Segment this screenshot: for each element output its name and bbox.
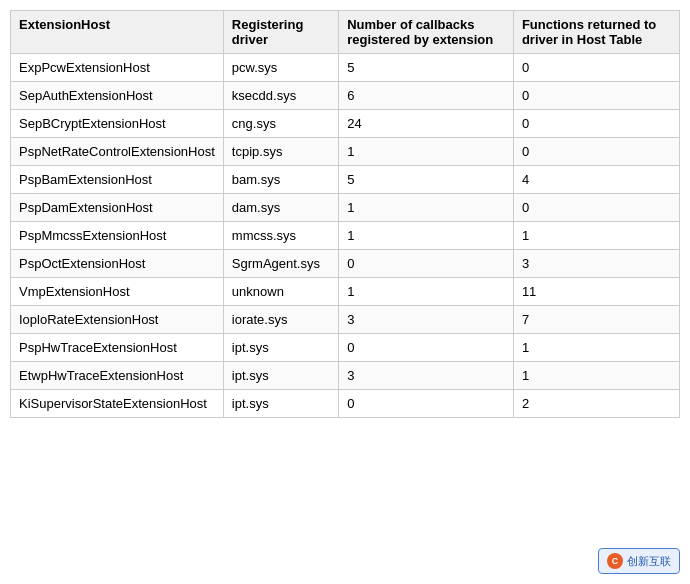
- table-row: ExpPcwExtensionHostpcw.sys50: [11, 54, 680, 82]
- table-cell: ipt.sys: [223, 334, 338, 362]
- table-cell: 24: [339, 110, 514, 138]
- table-cell: ipt.sys: [223, 362, 338, 390]
- table-cell: 1: [513, 222, 679, 250]
- table-cell: PspBamExtensionHost: [11, 166, 224, 194]
- watermark: C 创新互联: [598, 548, 680, 574]
- table-row: PspBamExtensionHostbam.sys54: [11, 166, 680, 194]
- main-container: ExtensionHost Registering driver Number …: [0, 0, 690, 584]
- table-cell: cng.sys: [223, 110, 338, 138]
- table-cell: iorate.sys: [223, 306, 338, 334]
- table-row: IoploRateExtensionHostiorate.sys37: [11, 306, 680, 334]
- table-cell: ksecdd.sys: [223, 82, 338, 110]
- table-cell: 0: [513, 54, 679, 82]
- col-header-registering-driver: Registering driver: [223, 11, 338, 54]
- table-cell: SepBCryptExtensionHost: [11, 110, 224, 138]
- table-header-row: ExtensionHost Registering driver Number …: [11, 11, 680, 54]
- table-cell: tcpip.sys: [223, 138, 338, 166]
- watermark-icon: C: [607, 553, 623, 569]
- table-cell: 3: [513, 250, 679, 278]
- table-cell: unknown: [223, 278, 338, 306]
- table-cell: PspMmcssExtensionHost: [11, 222, 224, 250]
- extension-host-table: ExtensionHost Registering driver Number …: [10, 10, 680, 418]
- table-cell: 6: [339, 82, 514, 110]
- table-cell: 1: [339, 138, 514, 166]
- table-cell: 0: [339, 390, 514, 418]
- col-header-extension-host: ExtensionHost: [11, 11, 224, 54]
- table-cell: EtwpHwTraceExtensionHost: [11, 362, 224, 390]
- table-cell: 0: [513, 138, 679, 166]
- table-cell: 1: [339, 278, 514, 306]
- table-cell: 0: [513, 194, 679, 222]
- table-row: PspNetRateControlExtensionHosttcpip.sys1…: [11, 138, 680, 166]
- table-cell: PspNetRateControlExtensionHost: [11, 138, 224, 166]
- table-cell: pcw.sys: [223, 54, 338, 82]
- table-cell: VmpExtensionHost: [11, 278, 224, 306]
- watermark-text: 创新互联: [627, 554, 671, 569]
- table-cell: 0: [339, 334, 514, 362]
- table-cell: 1: [339, 194, 514, 222]
- table-cell: 0: [513, 110, 679, 138]
- table-cell: KiSupervisorStateExtensionHost: [11, 390, 224, 418]
- table-cell: 0: [513, 82, 679, 110]
- table-cell: mmcss.sys: [223, 222, 338, 250]
- table-cell: 4: [513, 166, 679, 194]
- table-cell: 3: [339, 306, 514, 334]
- table-cell: 1: [339, 222, 514, 250]
- table-row: PspDamExtensionHostdam.sys10: [11, 194, 680, 222]
- table-cell: bam.sys: [223, 166, 338, 194]
- table-cell: 7: [513, 306, 679, 334]
- table-row: KiSupervisorStateExtensionHostipt.sys02: [11, 390, 680, 418]
- table-row: PspHwTraceExtensionHostipt.sys01: [11, 334, 680, 362]
- table-cell: IoploRateExtensionHost: [11, 306, 224, 334]
- table-cell: 1: [513, 334, 679, 362]
- table-cell: 11: [513, 278, 679, 306]
- table-cell: PspDamExtensionHost: [11, 194, 224, 222]
- table-row: SepBCryptExtensionHostcng.sys240: [11, 110, 680, 138]
- table-cell: ExpPcwExtensionHost: [11, 54, 224, 82]
- table-row: VmpExtensionHostunknown111: [11, 278, 680, 306]
- table-cell: 0: [339, 250, 514, 278]
- table-cell: dam.sys: [223, 194, 338, 222]
- table-row: PspMmcssExtensionHostmmcss.sys11: [11, 222, 680, 250]
- table-cell: PspOctExtensionHost: [11, 250, 224, 278]
- table-cell: 5: [339, 166, 514, 194]
- table-cell: 5: [339, 54, 514, 82]
- table-row: EtwpHwTraceExtensionHostipt.sys31: [11, 362, 680, 390]
- table-row: SepAuthExtensionHostksecdd.sys60: [11, 82, 680, 110]
- table-cell: ipt.sys: [223, 390, 338, 418]
- table-cell: 1: [513, 362, 679, 390]
- col-header-functions: Functions returned to driver in Host Tab…: [513, 11, 679, 54]
- table-cell: PspHwTraceExtensionHost: [11, 334, 224, 362]
- table-cell: SepAuthExtensionHost: [11, 82, 224, 110]
- table-cell: 2: [513, 390, 679, 418]
- table-cell: SgrmAgent.sys: [223, 250, 338, 278]
- table-row: PspOctExtensionHostSgrmAgent.sys03: [11, 250, 680, 278]
- col-header-callbacks: Number of callbacks registered by extens…: [339, 11, 514, 54]
- table-cell: 3: [339, 362, 514, 390]
